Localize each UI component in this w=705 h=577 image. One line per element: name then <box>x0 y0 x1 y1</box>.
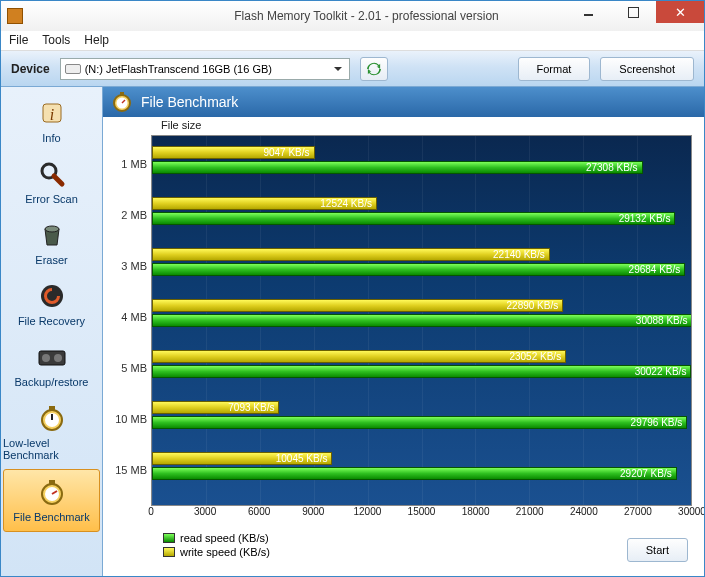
sidebar-item-label: Backup/restore <box>15 376 89 388</box>
menu-file[interactable]: File <box>9 33 28 48</box>
close-button[interactable]: ✕ <box>656 1 704 23</box>
sidebar: i Info Error Scan Eraser File Recovery B… <box>1 87 103 576</box>
screenshot-button[interactable]: Screenshot <box>600 57 694 81</box>
svg-point-8 <box>54 354 62 362</box>
sidebar-item-backup-restore[interactable]: Backup/restore <box>1 335 102 396</box>
svg-text:i: i <box>49 106 53 123</box>
chart-bar-write: 22140 KB/s <box>152 248 550 261</box>
chart-bar-write: 7093 KB/s <box>152 401 279 414</box>
chart-category-label: 1 MB <box>107 158 147 170</box>
chart-bar-write: 22890 KB/s <box>152 299 563 312</box>
stopwatch-icon <box>36 476 68 508</box>
chart-bar-write: 9047 KB/s <box>152 146 315 159</box>
chevron-down-icon <box>331 63 345 77</box>
chart-category-label: 4 MB <box>107 311 147 323</box>
start-button[interactable]: Start <box>627 538 688 562</box>
backup-icon <box>36 341 68 373</box>
chart-bar-read: 30088 KB/s <box>152 314 692 327</box>
sidebar-item-low-level-benchmark[interactable]: Low-level Benchmark <box>1 396 102 469</box>
menu-help[interactable]: Help <box>84 33 109 48</box>
window-buttons: ✕ <box>566 1 704 23</box>
chart-bar-write: 12524 KB/s <box>152 197 377 210</box>
chart-category-label: 5 MB <box>107 362 147 374</box>
device-label: Device <box>11 62 50 76</box>
chart-xtick: 9000 <box>302 506 324 517</box>
sidebar-item-error-scan[interactable]: Error Scan <box>1 152 102 213</box>
toolbar: Device (N:) JetFlashTranscend 16GB (16 G… <box>1 51 704 87</box>
menu-tools[interactable]: Tools <box>42 33 70 48</box>
maximize-button[interactable] <box>611 1 656 23</box>
sidebar-item-file-recovery[interactable]: File Recovery <box>1 274 102 335</box>
sidebar-item-label: Info <box>42 132 60 144</box>
sidebar-item-info[interactable]: i Info <box>1 91 102 152</box>
chart-bar-read: 30022 KB/s <box>152 365 691 378</box>
chart-legend: read speed (KB/s) write speed (KB/s) <box>163 532 270 558</box>
chart-area: File size 9047 KB/s27308 KB/s12524 KB/s2… <box>103 117 704 576</box>
chart-category-label: 3 MB <box>107 260 147 272</box>
refresh-icon <box>367 62 381 76</box>
chart-bar-read: 29132 KB/s <box>152 212 675 225</box>
device-select[interactable]: (N:) JetFlashTranscend 16GB (16 GB) <box>60 58 350 80</box>
chart-bar-read: 29796 KB/s <box>152 416 687 429</box>
sidebar-item-label: Error Scan <box>25 193 78 205</box>
chart-xtick: 30000 <box>678 506 705 517</box>
svg-rect-20 <box>120 92 124 95</box>
sidebar-item-label: Eraser <box>35 254 67 266</box>
refresh-button[interactable] <box>360 57 388 81</box>
chart-bar-read: 29684 KB/s <box>152 263 685 276</box>
chart-ylabel: File size <box>161 119 201 131</box>
sidebar-item-label: File Benchmark <box>13 511 89 523</box>
chart-xtick: 15000 <box>408 506 436 517</box>
device-value: (N:) JetFlashTranscend 16GB (16 GB) <box>85 63 272 75</box>
trash-icon <box>36 219 68 251</box>
legend-swatch-read <box>163 533 175 543</box>
svg-point-4 <box>45 226 59 232</box>
panel-title: File Benchmark <box>141 94 238 110</box>
app-icon <box>7 8 23 24</box>
format-button[interactable]: Format <box>518 57 591 81</box>
sidebar-item-file-benchmark[interactable]: File Benchmark <box>3 469 100 532</box>
svg-rect-12 <box>49 406 55 410</box>
chart-xtick: 27000 <box>624 506 652 517</box>
stopwatch-icon <box>36 402 68 434</box>
chart-category-label: 15 MB <box>107 464 147 476</box>
panel-header: File Benchmark <box>103 87 704 117</box>
magnifier-icon <box>36 158 68 190</box>
minimize-button[interactable] <box>566 1 611 23</box>
legend-write-label: write speed (KB/s) <box>180 546 270 558</box>
chart-xtick: 3000 <box>194 506 216 517</box>
stopwatch-icon <box>111 91 133 113</box>
recovery-icon <box>36 280 68 312</box>
chart-xaxis: 0300060009000120001500018000210002400027… <box>151 506 692 524</box>
chart-plot: 9047 KB/s27308 KB/s12524 KB/s29132 KB/s2… <box>151 135 692 506</box>
chart-bar-write: 23052 KB/s <box>152 350 566 363</box>
main-area: i Info Error Scan Eraser File Recovery B… <box>1 87 704 576</box>
chart-category-label: 10 MB <box>107 413 147 425</box>
chart-xtick: 12000 <box>353 506 381 517</box>
info-icon: i <box>36 97 68 129</box>
legend-swatch-write <box>163 547 175 557</box>
chart-bar-read: 29207 KB/s <box>152 467 677 480</box>
sidebar-item-eraser[interactable]: Eraser <box>1 213 102 274</box>
content-panel: File Benchmark File size 9047 KB/s27308 … <box>103 87 704 576</box>
chart-category-label: 2 MB <box>107 209 147 221</box>
chart-bar-read: 27308 KB/s <box>152 161 643 174</box>
drive-icon <box>65 64 81 74</box>
chart-xtick: 6000 <box>248 506 270 517</box>
chart-xtick: 0 <box>148 506 154 517</box>
sidebar-item-label: Low-level Benchmark <box>3 437 100 461</box>
legend-read-label: read speed (KB/s) <box>180 532 269 544</box>
chart-xtick: 24000 <box>570 506 598 517</box>
chart-xtick: 18000 <box>462 506 490 517</box>
svg-point-7 <box>42 354 50 362</box>
menu-bar: File Tools Help <box>1 31 704 51</box>
titlebar: Flash Memory Toolkit - 2.01 - profession… <box>1 1 704 31</box>
svg-line-3 <box>54 176 62 184</box>
svg-rect-16 <box>49 480 55 484</box>
chart-bar-write: 10045 KB/s <box>152 452 332 465</box>
sidebar-item-label: File Recovery <box>18 315 85 327</box>
chart-xtick: 21000 <box>516 506 544 517</box>
